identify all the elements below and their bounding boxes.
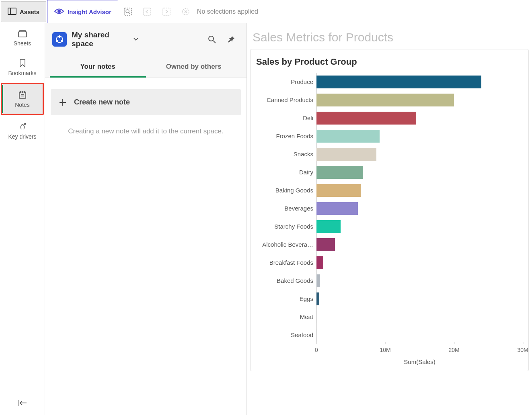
- eye-icon: [54, 8, 64, 16]
- create-note-hint: Creating a new note will add it to the c…: [51, 127, 241, 135]
- bar-fill[interactable]: [316, 76, 481, 88]
- bar-label: Canned Products: [256, 96, 316, 103]
- tab-owned-by-others[interactable]: Owned by others: [146, 57, 242, 78]
- bar-row: Frozen Foods: [256, 127, 523, 145]
- chevron-down-icon: [133, 37, 139, 41]
- nav-bookmarks[interactable]: Bookmarks: [0, 52, 45, 82]
- nav-notes[interactable]: Notes: [2, 84, 43, 114]
- bar-label: Produce: [256, 78, 316, 85]
- nav-label: Bookmarks: [8, 70, 36, 76]
- bar-chart: ProduceCanned ProductsDeliFrozen FoodsSn…: [256, 73, 523, 344]
- svg-point-25: [209, 36, 214, 41]
- notes-tabs: Your notes Owned by others: [50, 57, 242, 78]
- bar-fill[interactable]: [316, 220, 341, 233]
- x-axis: 010M20M30M: [316, 344, 523, 356]
- bar-label: Frozen Foods: [256, 133, 316, 139]
- bar-row: Beverages: [256, 199, 523, 217]
- bar-label: Alcoholic Bevera…: [256, 241, 316, 248]
- bar-row: Baking Goods: [256, 181, 523, 199]
- bar-label: Dairy: [256, 169, 316, 176]
- x-axis-label: Sum(Sales): [316, 356, 523, 367]
- create-note-button[interactable]: Create new note: [51, 89, 241, 115]
- bar-row: Eggs: [256, 290, 523, 308]
- bar-fill[interactable]: [316, 148, 376, 161]
- bar-fill[interactable]: [316, 202, 358, 215]
- space-dropdown[interactable]: [129, 37, 143, 41]
- notes-icon: [18, 90, 27, 99]
- bar-row: Baked Goods: [256, 272, 523, 290]
- tab-your-notes[interactable]: Your notes: [50, 57, 146, 78]
- create-note-label: Create new note: [74, 98, 130, 106]
- bar-label: Starchy Foods: [256, 223, 316, 230]
- pin-icon: [227, 35, 235, 43]
- bar-row: Dairy: [256, 163, 523, 181]
- bar-fill[interactable]: [316, 94, 454, 106]
- bar-fill[interactable]: [316, 256, 323, 269]
- space-title: My shared space: [72, 31, 124, 48]
- svg-rect-12: [19, 92, 26, 98]
- nav-keydrivers[interactable]: Key drivers: [0, 116, 45, 145]
- chart-card: Sales by Product Group ProduceCanned Pro…: [250, 49, 529, 371]
- bar-fill[interactable]: [316, 329, 317, 341]
- nav-sheets[interactable]: Sheets: [0, 23, 45, 52]
- bar-label: Beverages: [256, 205, 316, 212]
- bar-fill[interactable]: [316, 130, 380, 143]
- left-nav: Sheets Bookmarks Notes Key drivers: [0, 23, 45, 415]
- bar-row: Meat: [256, 308, 523, 326]
- bar-fill[interactable]: [316, 311, 317, 323]
- insight-advisor-button[interactable]: Insight Advisor: [47, 0, 118, 23]
- svg-rect-3: [124, 8, 131, 15]
- sheets-icon: [18, 30, 27, 38]
- search-icon: [207, 35, 216, 44]
- bar-fill[interactable]: [316, 184, 361, 197]
- svg-line-26: [213, 41, 216, 43]
- bar-fill[interactable]: [316, 238, 335, 251]
- x-tick: 20M: [448, 344, 459, 353]
- svg-point-4: [126, 10, 129, 13]
- step-back-icon[interactable]: [138, 0, 157, 23]
- x-tick: 30M: [517, 344, 528, 353]
- no-selections-text: No selections applied: [195, 0, 258, 23]
- panel-icon: [8, 8, 16, 16]
- svg-rect-6: [144, 8, 151, 15]
- bookmark-icon: [19, 59, 26, 67]
- collapse-icon: [18, 399, 27, 407]
- bar-row: Alcoholic Bevera…: [256, 235, 523, 253]
- keydrivers-icon: [18, 122, 27, 131]
- bar-label: Seafood: [256, 331, 316, 338]
- chart-title: Sales by Product Group: [256, 57, 523, 67]
- bar-fill[interactable]: [316, 166, 363, 179]
- bar-fill[interactable]: [316, 292, 319, 305]
- svg-point-22: [59, 36, 60, 37]
- space-icon: [52, 32, 67, 47]
- bar-row: Snacks: [256, 145, 523, 163]
- svg-line-5: [129, 12, 130, 14]
- step-forward-icon[interactable]: [157, 0, 176, 23]
- nav-notes-highlight: Notes: [1, 83, 44, 115]
- bar-label: Snacks: [256, 151, 316, 157]
- insight-label: Insight Advisor: [68, 8, 111, 15]
- x-tick: 0: [315, 344, 318, 353]
- svg-point-2: [58, 10, 60, 12]
- bar-row: Starchy Foods: [256, 217, 523, 235]
- chart-area: Sales Metrics for Products Sales by Prod…: [247, 23, 532, 415]
- svg-rect-11: [18, 32, 27, 37]
- assets-button[interactable]: Assets: [1, 1, 46, 22]
- svg-rect-0: [8, 8, 16, 14]
- svg-rect-7: [163, 8, 170, 15]
- bar-label: Deli: [256, 114, 316, 121]
- nav-label: Sheets: [14, 40, 31, 47]
- pin-button[interactable]: [224, 35, 238, 43]
- bar-fill[interactable]: [316, 112, 416, 125]
- x-tick: 10M: [380, 344, 390, 353]
- smart-search-icon[interactable]: [118, 0, 138, 23]
- page-title: Sales Metrics for Products: [247, 31, 532, 44]
- bar-label: Baking Goods: [256, 187, 316, 194]
- collapse-nav-button[interactable]: [0, 391, 45, 415]
- clear-selections-icon[interactable]: [176, 0, 195, 23]
- svg-point-24: [61, 40, 63, 42]
- search-button[interactable]: [205, 35, 219, 44]
- bar-label: Baked Goods: [256, 277, 316, 284]
- bar-fill[interactable]: [316, 274, 320, 287]
- bar-row: Seafood: [256, 326, 523, 344]
